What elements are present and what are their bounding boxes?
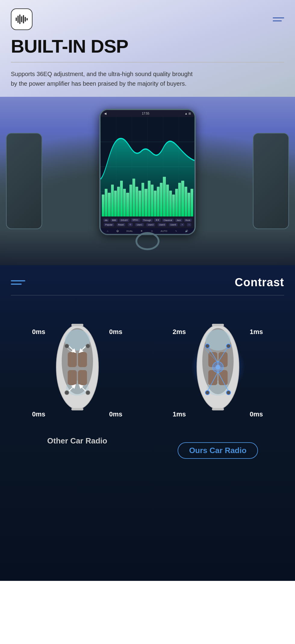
svg-point-38	[226, 344, 231, 348]
contrast-divider	[11, 295, 284, 296]
svg-rect-22	[78, 370, 87, 385]
header	[0, 0, 295, 36]
left-vent	[6, 133, 42, 229]
svg-rect-1	[17, 16, 19, 23]
reset-btn[interactable]: Reset	[117, 223, 125, 226]
logo-box	[11, 8, 33, 30]
svg-point-25	[65, 391, 69, 395]
svg-rect-44	[212, 408, 224, 410]
dolby-btn[interactable]: DOLBY	[119, 219, 129, 222]
rock-btn[interactable]: Rock	[184, 219, 192, 222]
menu-button[interactable]	[273, 17, 284, 21]
toggle-btn[interactable]: ⊙	[128, 223, 133, 226]
svg-rect-4	[23, 15, 24, 23]
screen-icons: ▲ ⊞	[185, 112, 191, 115]
user2-btn[interactable]: User2	[146, 223, 155, 226]
other-car-label: Other Car Radio	[47, 436, 107, 446]
other-bottom-left-timing: 0ms	[32, 410, 45, 418]
user1-btn[interactable]: User1	[135, 223, 144, 226]
screen-status-bar: ◀ 17:55 ▲ ⊞	[101, 110, 194, 117]
svg-point-23	[65, 344, 69, 348]
through-btn[interactable]: Through	[142, 219, 153, 222]
svg-point-42	[216, 365, 220, 370]
svg-point-37	[205, 344, 210, 348]
svg-point-26	[86, 391, 90, 395]
title-divider	[11, 62, 284, 63]
svg-rect-20	[78, 352, 87, 367]
jazz-btn[interactable]: Jazz	[175, 219, 182, 222]
right-vent	[253, 133, 289, 229]
other-bottom-right-timing: 0ms	[109, 410, 122, 418]
svg-rect-21	[68, 370, 77, 385]
svg-rect-27	[71, 324, 83, 326]
ours-top-left-timing: 2ms	[173, 328, 186, 336]
svg-rect-2	[19, 14, 20, 24]
contrast-title: Contrast	[235, 276, 284, 289]
svg-rect-43	[212, 324, 224, 326]
svg-rect-0	[16, 17, 17, 21]
bottom-section: Contrast 0ms 0ms 0ms 0ms	[0, 265, 295, 581]
svg-point-40	[226, 391, 231, 395]
svg-point-24	[86, 344, 90, 348]
srs-btn[interactable]: SRS⊙	[131, 218, 140, 222]
screen-time: 17:55	[142, 112, 149, 115]
ours-car-label[interactable]: Ours Car Radio	[178, 442, 258, 459]
dts-btn[interactable]: dts	[103, 219, 109, 222]
add-btn[interactable]: +	[180, 223, 184, 226]
top-section: BUILT-IN DSP Supports 36EQ adjustment, a…	[0, 0, 295, 265]
ours-bottom-right-timing: 0ms	[250, 410, 263, 418]
svg-rect-5	[25, 17, 26, 22]
ours-bottom-left-timing: 1ms	[173, 410, 186, 418]
eq-controls: dts BBE DOLBY SRS⊙ Through ⊕⊕ Classical …	[101, 216, 194, 228]
svg-rect-6	[26, 18, 28, 20]
ours-top-right-timing: 1ms	[250, 328, 263, 336]
bbe-btn[interactable]: BBE	[110, 219, 118, 222]
eq-display	[101, 117, 194, 216]
user5-btn[interactable]: User5	[169, 223, 178, 226]
other-car-svg	[47, 316, 107, 418]
dashboard-image: ◀ 17:55 ▲ ⊞	[0, 97, 295, 265]
svg-rect-19	[68, 352, 77, 367]
user3-btn[interactable]: User3	[158, 223, 166, 226]
minus-btn[interactable]: −	[187, 223, 191, 226]
comparison-container: 0ms 0ms 0ms 0ms	[8, 310, 287, 471]
other-top-right-timing: 0ms	[109, 328, 122, 336]
eq-bars	[101, 177, 194, 216]
page-title: BUILT-IN DSP	[0, 36, 295, 57]
svg-rect-28	[71, 408, 83, 410]
hero-description: Supports 36EQ adjustment, and the ultra-…	[0, 69, 211, 97]
car-screen: ◀ 17:55 ▲ ⊞	[99, 109, 196, 235]
back-icon: ◀	[104, 112, 107, 115]
other-top-left-timing: 0ms	[32, 328, 45, 336]
svg-rect-3	[21, 16, 22, 22]
classical-btn[interactable]: Classical	[162, 219, 174, 222]
other-car-unit: 0ms 0ms 0ms 0ms	[8, 310, 146, 446]
svg-point-39	[205, 391, 210, 395]
popular-btn[interactable]: Popular	[104, 223, 114, 226]
contrast-lines-icon	[11, 280, 25, 285]
ours-car-svg	[188, 316, 248, 418]
sound-wave-icon	[14, 12, 29, 26]
conn-btn[interactable]: ⊕⊕	[154, 218, 161, 222]
contrast-header: Contrast	[8, 265, 287, 295]
ours-car-unit: 2ms 1ms 1ms 0ms	[149, 310, 287, 459]
